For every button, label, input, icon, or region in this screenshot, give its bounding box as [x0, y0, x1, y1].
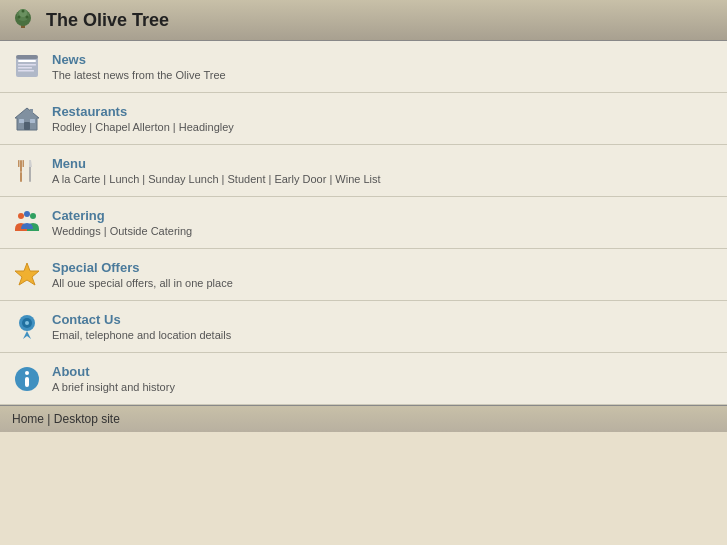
svg-rect-10: [18, 67, 32, 69]
nav-list: News The latest news from the Olive Tree…: [0, 41, 727, 405]
svg-point-27: [24, 211, 30, 217]
svg-point-5: [26, 16, 29, 19]
svg-rect-18: [30, 109, 33, 115]
svg-point-4: [18, 16, 21, 19]
menu-desc: A la Carte | Lunch | Sunday Lunch | Stud…: [52, 173, 715, 185]
star-icon: [12, 260, 42, 290]
svg-rect-17: [30, 119, 35, 123]
restaurant-icon: [12, 104, 42, 134]
svg-point-34: [25, 371, 29, 375]
svg-marker-31: [23, 331, 31, 339]
svg-rect-12: [16, 55, 38, 59]
special-offers-title: Special Offers: [52, 260, 715, 275]
svg-rect-22: [20, 172, 22, 182]
svg-point-26: [30, 213, 36, 219]
contact-us-desc: Email, telephone and location details: [52, 329, 715, 341]
svg-point-25: [18, 213, 24, 219]
site-header: The Olive Tree: [0, 0, 727, 41]
menu-title: Menu: [52, 156, 715, 171]
svg-rect-8: [18, 60, 36, 62]
news-desc: The latest news from the Olive Tree: [52, 69, 715, 81]
contact-icon: [12, 312, 42, 342]
nav-item-special-offers[interactable]: Special Offers All oue special offers, a…: [0, 249, 727, 301]
svg-rect-21: [23, 160, 25, 167]
about-title: About: [52, 364, 715, 379]
svg-rect-15: [24, 122, 30, 130]
nav-item-about[interactable]: About A brief insight and history: [0, 353, 727, 405]
footer-home-link[interactable]: Home: [12, 412, 44, 426]
svg-rect-16: [19, 119, 24, 123]
about-desc: A brief insight and history: [52, 381, 715, 393]
news-icon: [12, 52, 42, 82]
tree-icon: [12, 8, 36, 32]
svg-rect-11: [18, 70, 34, 72]
svg-rect-19: [20, 160, 22, 172]
news-title: News: [52, 52, 715, 67]
svg-marker-24: [29, 160, 32, 167]
restaurants-desc: Rodley | Chapel Allerton | Headingley: [52, 121, 715, 133]
svg-rect-20: [18, 160, 20, 167]
footer: Home | Desktop site: [0, 405, 727, 432]
site-title: The Olive Tree: [46, 10, 169, 31]
svg-marker-28: [15, 263, 39, 285]
menu-icon: [12, 156, 42, 186]
nav-item-menu[interactable]: Menu A la Carte | Lunch | Sunday Lunch |…: [0, 145, 727, 197]
nav-item-contact-us[interactable]: Contact Us Email, telephone and location…: [0, 301, 727, 353]
svg-point-32: [25, 321, 29, 325]
restaurants-title: Restaurants: [52, 104, 715, 119]
svg-rect-9: [18, 64, 36, 66]
nav-item-news[interactable]: News The latest news from the Olive Tree: [0, 41, 727, 93]
svg-point-6: [22, 10, 25, 13]
nav-item-catering[interactable]: Catering Weddings | Outside Catering: [0, 197, 727, 249]
catering-desc: Weddings | Outside Catering: [52, 225, 715, 237]
info-icon: [12, 364, 42, 394]
nav-item-restaurants[interactable]: Restaurants Rodley | Chapel Allerton | H…: [0, 93, 727, 145]
catering-title: Catering: [52, 208, 715, 223]
footer-separator: |: [47, 412, 50, 426]
contact-us-title: Contact Us: [52, 312, 715, 327]
footer-desktop-link[interactable]: Desktop site: [54, 412, 120, 426]
svg-rect-35: [25, 377, 29, 387]
special-offers-desc: All oue special offers, all in one place: [52, 277, 715, 289]
catering-icon: [12, 208, 42, 238]
